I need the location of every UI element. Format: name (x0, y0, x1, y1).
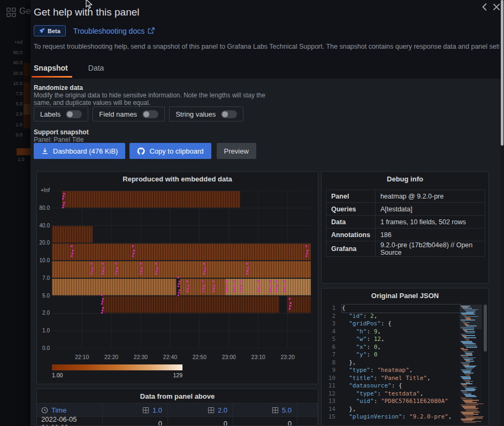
minimap-dash (466, 333, 475, 334)
code-tokens: "gridPos": { (342, 320, 392, 327)
table-cell: 0 (168, 417, 233, 426)
table-cell-spacer (297, 417, 318, 426)
line-number: 15 (322, 413, 342, 421)
line-number: 4 (322, 328, 342, 336)
table-row: 2022-06-05 21:23:30000 (37, 417, 318, 426)
drawer-body: Randomize data Modify the original data … (30, 79, 504, 426)
code-text: "uid": "PD8C576611E62080A" (342, 398, 461, 406)
line-number: 6 (322, 344, 342, 352)
panel-json-title: Original Panel JSON (322, 292, 488, 300)
beta-badge: Beta (34, 25, 66, 36)
code-line: 13 "uid": "PD8C576611E62080A" (322, 398, 461, 406)
heatmap-y-label: +Inf (37, 187, 50, 193)
tab-snapshot[interactable]: Snapshot (34, 64, 68, 78)
code-tokens: }, (342, 406, 356, 413)
code-tokens: "y": 0 (342, 351, 377, 358)
code-text: "h": 9, (342, 328, 461, 336)
code-line: 7 "y": 0 (322, 351, 461, 359)
heatmap-y-label: 20.0 (37, 240, 50, 246)
preview-button[interactable]: Preview (217, 143, 256, 159)
toggle-string-values[interactable]: String values (169, 107, 243, 121)
line-number: 14 (322, 406, 342, 414)
heatmap-y-label: 7.0 (37, 275, 50, 281)
toggle-switch[interactable] (142, 110, 158, 118)
github-icon (137, 147, 145, 155)
toggle-label: Labels (40, 110, 60, 118)
data-table-title: Data from panel above (37, 392, 318, 400)
debug-row-annotations: Annotations186 (326, 229, 485, 241)
code-scrollbar[interactable] (484, 305, 487, 424)
drawer-description: To request troubleshooting help, send a … (34, 43, 499, 50)
troubleshooting-docs-link[interactable]: Troubleshooting docs (73, 27, 155, 35)
debug-value: 186 (375, 229, 485, 241)
code-line: 10 "title": "Panel Title", (322, 375, 461, 383)
heatmap-x-label: 22:20 (102, 354, 120, 360)
heatmap-x-label: 23:20 (279, 354, 297, 360)
line-number: 12 (322, 390, 342, 398)
table-field-icon (208, 407, 215, 414)
line-number: 7 (322, 351, 342, 359)
debug-label: Grafana (326, 241, 376, 257)
table-field-icon (142, 407, 149, 414)
button-label: Copy to clipboard (149, 147, 203, 155)
code-text: }, (342, 406, 461, 414)
copy-to-clipboard-button[interactable]: Copy to clipboard (129, 143, 211, 159)
chevron-left-icon[interactable] (480, 2, 490, 12)
toggle-field-names[interactable]: Field names (93, 107, 165, 121)
toggle-label: String values (175, 110, 216, 118)
heatmap-x-label: 22:30 (132, 354, 150, 360)
column-label: 1.0 (152, 406, 162, 414)
toggle-labels[interactable]: Labels (34, 107, 88, 121)
code-line: 3 "gridPos": { (322, 320, 461, 328)
column-header-time[interactable]: Time (37, 404, 103, 416)
code-line: 5 "w": 12, (322, 336, 461, 344)
tab-data[interactable]: Data (88, 64, 104, 78)
debug-info-panel: Debug info Panelheatmap @ 9.2.0-preQueri… (321, 171, 489, 284)
randomize-description-line1: Modify the original data to hide sensitv… (34, 92, 265, 99)
code-tokens: }, (342, 359, 356, 366)
line-number: 3 (322, 320, 342, 328)
clock-icon (41, 407, 48, 414)
heatmap-y-label: 40.0 (37, 223, 50, 229)
column-header-2.0[interactable]: 2.0 (168, 404, 233, 416)
heatmap-y-label: 10.0 (37, 257, 50, 263)
heatmap-scale-max: 129 (166, 372, 182, 378)
minimap-dash (466, 347, 477, 348)
code-tokens: "pluginVersion": "9.2.0-pre", (342, 413, 452, 420)
support-snapshot-panel-label: Panel: Panel Title (34, 136, 83, 143)
heatmap-x-label: 22:10 (73, 354, 91, 360)
debug-row-data: Data1 frames, 10 fields, 502 rows (326, 216, 485, 229)
line-number: 13 (322, 398, 342, 406)
randomize-title: Randomize data (34, 84, 83, 92)
code-line: 9 "type": "heatmap", (322, 367, 461, 375)
drawer-scrollbar[interactable] (500, 0, 504, 426)
code-tokens: "type": "testdata", (342, 390, 423, 397)
button-label: Dashboard (476 KiB) (53, 147, 118, 155)
snapshot-buttons: Dashboard (476 KiB)Copy to clipboardPrev… (34, 143, 256, 159)
column-header-1.0[interactable]: 1.0 (103, 404, 168, 416)
code-minimap[interactable] (460, 305, 482, 424)
code-line: 4 "h": 9, (322, 328, 461, 336)
json-code-editor[interactable]: 1{2 "id": 2,3 "gridPos": {4 "h": 9,5 "w"… (322, 305, 461, 421)
toggle-switch[interactable] (221, 110, 237, 118)
code-text: "title": "Panel Title", (342, 375, 461, 383)
code-tokens: "type": "heatmap", (342, 367, 413, 374)
code-line: 14 }, (322, 406, 461, 414)
code-text: "x": 0, (342, 344, 461, 352)
heatmap-plot[interactable] (52, 191, 311, 348)
code-line: 1{ (322, 305, 461, 313)
debug-value: A[testdata] (375, 203, 485, 216)
code-line: 2 "id": 2, (322, 313, 461, 321)
code-line: 8 }, (322, 359, 461, 367)
debug-label: Annotations (326, 229, 376, 241)
download-icon (41, 147, 49, 155)
toggle-switch[interactable] (66, 110, 82, 118)
toggle-knob (67, 111, 73, 117)
button-label: Preview (224, 147, 249, 155)
column-header-5.0[interactable]: 5.0 (233, 404, 297, 416)
randomize-toggles: LabelsField namesString values (34, 107, 243, 121)
dashboard-476-kib-button[interactable]: Dashboard (476 KiB) (34, 143, 125, 159)
heatmap-scale-min: 1.00 (52, 372, 63, 378)
docs-link-label: Troubleshooting docs (73, 27, 144, 35)
heatmap-x-label: 23:00 (220, 354, 238, 360)
